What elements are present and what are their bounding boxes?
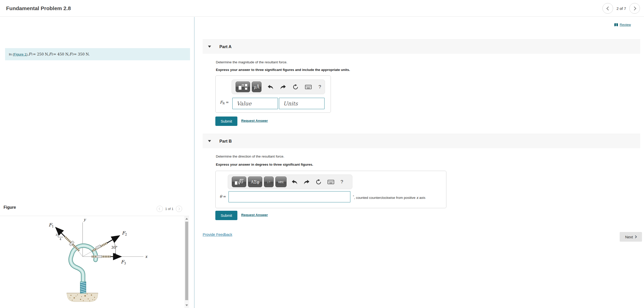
part-b-instruction: Express your answer in degrees to three …	[216, 163, 313, 166]
page: Fundamental Problem 2.8 2 of 7 In (Figur…	[0, 0, 644, 308]
y-axis-label: y	[83, 217, 86, 222]
figure-divider	[0, 216, 189, 216]
angle-label: 30°	[111, 245, 118, 249]
prev-figure-button[interactable]	[157, 206, 163, 212]
part-b-answer-box: ΑΣφ ↓↑ vec ? θ = °,	[215, 171, 446, 208]
redo-icon[interactable]	[304, 180, 310, 184]
pagination-text: 2 of 7	[616, 6, 626, 11]
greek-letters-button[interactable]: ΑΣφ	[248, 177, 262, 187]
help-icon[interactable]: ?	[318, 84, 321, 90]
redo-icon[interactable]	[280, 85, 286, 89]
chevron-left-icon	[607, 6, 611, 10]
f1-label: F1	[49, 222, 54, 228]
ground	[67, 293, 98, 302]
units-button[interactable]: μÅ	[252, 82, 261, 92]
math-template-button[interactable]	[232, 177, 246, 187]
help-icon[interactable]: ?	[340, 179, 343, 185]
theta-input[interactable]	[229, 191, 350, 202]
theta-label: θ =	[220, 194, 226, 199]
reset-icon[interactable]	[293, 84, 298, 90]
part-a-header[interactable]: Part A	[203, 39, 640, 54]
figure-pagination: 1 of 1	[157, 206, 182, 212]
review-link[interactable]: Review	[614, 23, 631, 27]
value-input[interactable]	[232, 98, 278, 109]
f3-label: F3	[121, 259, 126, 265]
top-bar: Fundamental Problem 2.8 2 of 7	[0, 0, 644, 17]
f2-arrow	[107, 236, 119, 243]
math-template-button[interactable]	[236, 82, 250, 92]
part-a-label: Part A	[219, 44, 232, 49]
next-button[interactable]: Next	[620, 232, 642, 242]
svg-text:5: 5	[61, 229, 62, 233]
template-icon	[238, 84, 248, 90]
part-a-toolbar: μÅ ?	[232, 80, 325, 94]
svg-text:4: 4	[60, 238, 61, 241]
collapse-triangle-icon[interactable]	[208, 140, 211, 142]
screw-threads	[80, 282, 86, 293]
part-b-submit-button[interactable]: Submit	[215, 211, 237, 220]
figure-heading: Figure	[4, 205, 16, 210]
part-a-answer-box: μÅ ? FR =	[215, 75, 331, 113]
scroll-down-icon[interactable]	[185, 304, 188, 306]
figure-pagination-text: 1 of 1	[165, 207, 174, 211]
figure-image: y x	[33, 217, 155, 308]
next-problem-button[interactable]	[629, 3, 640, 14]
part-b-prompt: Determine the direction of the resultant…	[216, 155, 284, 158]
vector-button[interactable]: vec	[275, 177, 287, 187]
part-a-instruction: Express your answer to three significant…	[216, 68, 350, 72]
undo-icon[interactable]	[268, 85, 273, 89]
undo-icon[interactable]	[292, 180, 297, 184]
review-book-icon	[614, 23, 618, 26]
collapse-triangle-icon[interactable]	[208, 46, 211, 48]
units-input[interactable]	[279, 98, 325, 109]
chevron-right-icon	[634, 235, 637, 238]
scrollbar-thumb[interactable]	[185, 222, 188, 300]
page-title: Fundamental Problem 2.8	[6, 0, 71, 17]
problem-text: In (	[9, 52, 14, 56]
part-a-submit-button[interactable]: Submit	[215, 117, 237, 126]
svg-text:3: 3	[55, 233, 57, 237]
rope-f2	[92, 243, 107, 251]
rope-f3	[92, 256, 111, 258]
problem-statement: In (Figure 1), F1 = 250 N, F2 = 450 N, F…	[5, 48, 190, 60]
problem-pagination: 2 of 7	[602, 3, 640, 14]
chevron-right-icon	[177, 208, 180, 210]
figure-1-link[interactable]: Figure 1	[14, 52, 27, 56]
reset-icon[interactable]	[316, 179, 321, 185]
sqrt-template-icon	[234, 179, 244, 185]
part-b-toolbar: ΑΣφ ↓↑ vec ?	[228, 175, 352, 189]
answer-suffix: °, counted counterclockwise from positiv…	[353, 195, 425, 200]
part-b-request-answer-link[interactable]: Request Answer	[241, 213, 268, 217]
prev-problem-button[interactable]	[602, 3, 613, 14]
figure-scrollbar[interactable]	[184, 216, 189, 308]
scroll-up-icon[interactable]	[185, 218, 188, 220]
hook	[71, 246, 96, 283]
part-b-label: Part B	[219, 139, 232, 144]
fr-label: FR =	[220, 100, 229, 105]
part-a-prompt: Determine the magnitude of the resultant…	[216, 60, 287, 64]
provide-feedback-link[interactable]: Provide Feedback	[203, 233, 232, 237]
x-axis-label: x	[145, 254, 148, 259]
keyboard-icon[interactable]	[305, 85, 312, 89]
next-figure-button[interactable]	[176, 206, 182, 212]
rope-f1	[65, 237, 79, 251]
panel-divider	[194, 17, 195, 308]
part-b-header[interactable]: Part B	[203, 134, 640, 148]
part-a-request-answer-link[interactable]: Request Answer	[241, 119, 268, 123]
keyboard-icon[interactable]	[328, 180, 334, 184]
chevron-right-icon	[632, 6, 636, 10]
chevron-left-icon	[159, 208, 161, 210]
f2-label: F2	[122, 230, 127, 236]
arrows-button[interactable]: ↓↑	[264, 177, 274, 187]
